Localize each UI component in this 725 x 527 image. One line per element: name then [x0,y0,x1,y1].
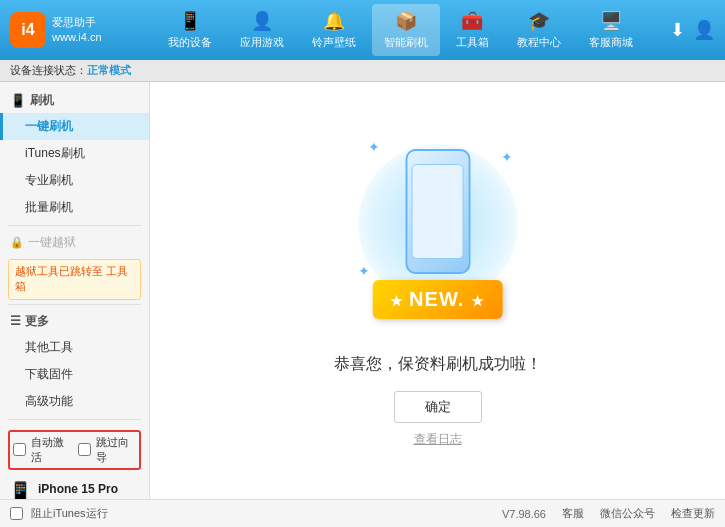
wechat-link[interactable]: 微信公众号 [600,506,655,521]
phone-screen [412,164,464,259]
nav-tab-smart-flash[interactable]: 📦 智能刷机 [372,4,440,56]
nav-tab-tutorial[interactable]: 🎓 教程中心 [505,4,573,56]
skip-guide-checkbox[interactable]: 跳过向导 [78,435,137,465]
nav-tab-ringtone[interactable]: 🔔 铃声壁纸 [300,4,368,56]
skip-guide-input[interactable] [78,443,91,456]
phone-body [405,149,470,274]
auto-activate-checkbox[interactable]: 自动激活 [13,435,72,465]
sidebar-item-download-firmware[interactable]: 下载固件 [0,361,149,388]
header-right: ⬇ 👤 [670,19,715,41]
sidebar-divider-3 [8,419,141,420]
nav-tab-toolbox[interactable]: 🧰 工具箱 [444,4,501,56]
title-bar: 设备连接状态： 正常模式 [0,60,725,82]
auto-activate-input[interactable] [13,443,26,456]
tutorial-icon: 🎓 [528,10,550,32]
device-details: iPhone 15 Pro Max 512GB iPhone [38,480,141,499]
check-update-link[interactable]: 检查更新 [671,506,715,521]
nav-tab-my-device[interactable]: 📱 我的设备 [156,4,224,56]
no-itunes-checkbox[interactable] [10,507,23,520]
customer-service-link[interactable]: 客服 [562,506,584,521]
no-itunes-label: 阻止iTunes运行 [31,506,108,521]
footer-right: V7.98.66 客服 微信公众号 检查更新 [502,506,715,521]
sidebar-divider-2 [8,304,141,305]
footer-left: 阻止iTunes运行 [10,506,108,521]
app-icon: 👤 [251,10,273,32]
logo-area: i4 爱思助手 www.i4.cn [10,12,130,48]
device-info: 📱 iPhone 15 Pro Max 512GB iPhone [8,476,141,499]
nav-tab-app-game[interactable]: 👤 应用游戏 [228,4,296,56]
device-phone-icon: 📱 [8,480,33,499]
version-label: V7.98.66 [502,508,546,520]
service-icon: 🖥️ [600,10,622,32]
sidebar-item-advanced[interactable]: 高级功能 [0,388,149,415]
ringtone-icon: 🔔 [323,10,345,32]
device-name: iPhone 15 Pro Max [38,480,141,499]
main-layout: 📱 刷机 一键刷机 iTunes刷机 专业刷机 批量刷机 🔒 一键越狱 越狱工具… [0,82,725,499]
nav-tab-service[interactable]: 🖥️ 客服商城 [577,4,645,56]
new-banner: NEW. [372,280,503,319]
logo-icon: i4 [10,12,46,48]
confirm-button[interactable]: 确定 [394,391,482,423]
content-area: ✦ ✦ ✦ NEW. 恭喜您，保资料刷机成功啦！ 确定 查看日志 [150,82,725,499]
sidebar-section-more: ☰ 更多 [0,309,149,334]
sidebar-section-flash: 📱 刷机 [0,88,149,113]
more-section-icon: ☰ [10,314,21,328]
sidebar-disabled-jailbreak: 🔒 一键越狱 [0,230,149,255]
sidebar-item-batch-flash[interactable]: 批量刷机 [0,194,149,221]
success-message: 恭喜您，保资料刷机成功啦！ [334,354,542,375]
flash-icon: 📦 [395,10,417,32]
sparkle-icon-1: ✦ [368,139,380,155]
phone-illustration: ✦ ✦ ✦ NEW. [348,134,528,334]
log-link[interactable]: 查看日志 [414,431,462,448]
sidebar-item-other-tools[interactable]: 其他工具 [0,334,149,361]
device-section: 自动激活 跳过向导 📱 iPhone 15 Pro Max 512GB iPho… [0,424,149,499]
logo-text: 爱思助手 www.i4.cn [52,15,102,46]
download-button[interactable]: ⬇ [670,19,685,41]
device-icon: 📱 [179,10,201,32]
sparkle-icon-3: ✦ [358,263,370,279]
sidebar-item-itunes-flash[interactable]: iTunes刷机 [0,140,149,167]
sidebar: 📱 刷机 一键刷机 iTunes刷机 专业刷机 批量刷机 🔒 一键越狱 越狱工具… [0,82,150,499]
flash-section-icon: 📱 [10,93,26,108]
sidebar-item-pro-flash[interactable]: 专业刷机 [0,167,149,194]
sidebar-item-one-key-flash[interactable]: 一键刷机 [0,113,149,140]
app-header: i4 爱思助手 www.i4.cn 📱 我的设备 👤 应用游戏 🔔 铃声壁纸 📦… [0,0,725,60]
lock-icon: 🔒 [10,236,24,249]
user-button[interactable]: 👤 [693,19,715,41]
device-checkboxes-container: 自动激活 跳过向导 [8,430,141,470]
toolbox-icon: 🧰 [461,10,483,32]
sidebar-warning-box: 越狱工具已跳转至 工具箱 [8,259,141,300]
footer: 阻止iTunes运行 V7.98.66 客服 微信公众号 检查更新 [0,499,725,527]
sidebar-divider-1 [8,225,141,226]
sparkle-icon-2: ✦ [501,149,513,165]
nav-tabs: 📱 我的设备 👤 应用游戏 🔔 铃声壁纸 📦 智能刷机 🧰 工具箱 🎓 教程中心… [130,4,670,56]
